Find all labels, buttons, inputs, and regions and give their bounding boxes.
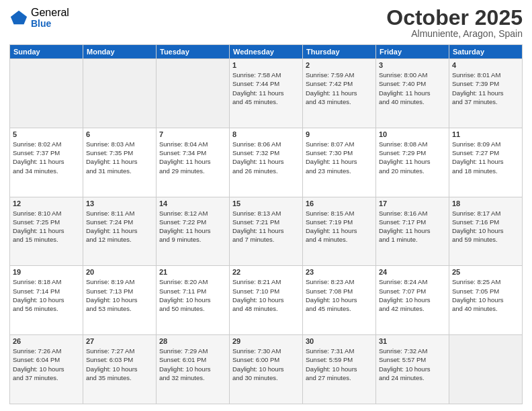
calendar-week-row: 26Sunrise: 7:26 AMSunset: 6:04 PMDayligh… (10, 335, 523, 404)
calendar-table: Sunday Monday Tuesday Wednesday Thursday… (9, 44, 523, 404)
sunrise-text: Sunrise: 7:26 AM (13, 347, 80, 355)
logo-icon (9, 8, 28, 27)
daylight-text: and 48 minutes. (232, 304, 300, 313)
daylight-text: and 40 minutes. (452, 304, 519, 313)
daylight-text: and 31 minutes. (86, 167, 153, 175)
daylight-text: and 34 minutes. (13, 167, 80, 175)
table-row: 20Sunrise: 8:19 AMSunset: 7:13 PMDayligh… (83, 266, 157, 335)
title-block: October 2025 Almuniente, Aragon, Spain (386, 7, 523, 39)
daylight-text: Daylight: 11 hours (159, 226, 226, 235)
daylight-text: and 15 minutes. (13, 235, 80, 244)
col-sunday: Sunday (10, 45, 83, 59)
col-monday: Monday (83, 45, 157, 59)
daylight-text: Daylight: 11 hours (306, 89, 373, 97)
day-number: 4 (452, 61, 519, 69)
sunrise-text: Sunrise: 8:07 AM (306, 140, 373, 148)
day-number: 2 (306, 61, 373, 69)
sunrise-text: Sunrise: 8:11 AM (86, 209, 153, 218)
day-info: Sunrise: 7:32 AMSunset: 5:57 PMDaylight:… (379, 347, 446, 382)
daylight-text: Daylight: 11 hours (306, 157, 373, 166)
day-number: 31 (379, 337, 446, 345)
sunset-text: Sunset: 7:17 PM (379, 218, 446, 226)
table-row (157, 59, 230, 128)
daylight-text: and 1 minute. (379, 235, 446, 244)
daylight-text: Daylight: 10 hours (306, 365, 373, 373)
daylight-text: and 30 minutes. (232, 373, 300, 382)
day-number: 1 (232, 61, 300, 69)
sunset-text: Sunset: 6:01 PM (159, 355, 226, 364)
day-info: Sunrise: 8:15 AMSunset: 7:19 PMDaylight:… (306, 209, 373, 244)
sunrise-text: Sunrise: 8:23 AM (306, 277, 373, 286)
day-number: 27 (86, 337, 153, 345)
day-number: 13 (86, 199, 153, 208)
table-row: 1Sunrise: 7:58 AMSunset: 7:44 PMDaylight… (230, 59, 303, 128)
table-row: 28Sunrise: 7:29 AMSunset: 6:01 PMDayligh… (157, 335, 230, 404)
day-info: Sunrise: 7:26 AMSunset: 6:04 PMDaylight:… (13, 347, 80, 382)
table-row: 18Sunrise: 8:17 AMSunset: 7:16 PMDayligh… (449, 197, 523, 266)
day-info: Sunrise: 7:27 AMSunset: 6:03 PMDaylight:… (86, 347, 153, 382)
daylight-text: Daylight: 10 hours (452, 226, 519, 235)
daylight-text: Daylight: 11 hours (379, 157, 446, 166)
daylight-text: and 43 minutes. (306, 97, 373, 106)
daylight-text: and 7 minutes. (232, 235, 300, 244)
daylight-text: Daylight: 11 hours (232, 157, 300, 166)
daylight-text: and 9 minutes. (159, 235, 226, 244)
sunset-text: Sunset: 7:40 PM (379, 79, 446, 88)
day-info: Sunrise: 8:19 AMSunset: 7:13 PMDaylight:… (86, 277, 153, 313)
table-row: 26Sunrise: 7:26 AMSunset: 6:04 PMDayligh… (10, 335, 83, 404)
daylight-text: and 59 minutes. (452, 235, 519, 244)
daylight-text: Daylight: 10 hours (86, 295, 153, 304)
day-number: 24 (379, 268, 446, 276)
day-info: Sunrise: 8:10 AMSunset: 7:25 PMDaylight:… (13, 209, 80, 244)
sunset-text: Sunset: 7:05 PM (452, 287, 519, 295)
svg-marker-0 (11, 11, 27, 25)
table-row: 11Sunrise: 8:09 AMSunset: 7:27 PMDayligh… (449, 128, 523, 197)
daylight-text: and 50 minutes. (159, 304, 226, 313)
day-info: Sunrise: 8:25 AMSunset: 7:05 PMDaylight:… (452, 277, 519, 313)
col-wednesday: Wednesday (230, 45, 303, 59)
sunset-text: Sunset: 7:25 PM (13, 218, 80, 226)
sunrise-text: Sunrise: 7:29 AM (159, 347, 226, 355)
table-row: 22Sunrise: 8:21 AMSunset: 7:10 PMDayligh… (230, 266, 303, 335)
day-info: Sunrise: 8:07 AMSunset: 7:30 PMDaylight:… (306, 140, 373, 175)
table-row: 15Sunrise: 8:13 AMSunset: 7:21 PMDayligh… (230, 197, 303, 266)
sunset-text: Sunset: 7:37 PM (13, 148, 80, 157)
daylight-text: and 53 minutes. (86, 304, 153, 313)
daylight-text: Daylight: 11 hours (159, 157, 226, 166)
day-info: Sunrise: 8:00 AMSunset: 7:40 PMDaylight:… (379, 71, 446, 106)
daylight-text: and 20 minutes. (379, 167, 446, 175)
day-info: Sunrise: 7:58 AMSunset: 7:44 PMDaylight:… (232, 71, 300, 106)
sunrise-text: Sunrise: 7:30 AM (232, 347, 300, 355)
logo: General Blue (9, 7, 69, 29)
sunset-text: Sunset: 7:39 PM (452, 79, 519, 88)
table-row: 10Sunrise: 8:08 AMSunset: 7:29 PMDayligh… (376, 128, 449, 197)
col-friday: Friday (376, 45, 449, 59)
day-info: Sunrise: 7:59 AMSunset: 7:42 PMDaylight:… (306, 71, 373, 106)
calendar-week-row: 1Sunrise: 7:58 AMSunset: 7:44 PMDaylight… (10, 59, 523, 128)
day-info: Sunrise: 8:16 AMSunset: 7:17 PMDaylight:… (379, 209, 446, 244)
day-info: Sunrise: 8:24 AMSunset: 7:07 PMDaylight:… (379, 277, 446, 313)
daylight-text: and 35 minutes. (86, 373, 153, 382)
table-row (10, 59, 83, 128)
daylight-text: and 27 minutes. (306, 373, 373, 382)
sunset-text: Sunset: 7:29 PM (379, 148, 446, 157)
day-info: Sunrise: 8:09 AMSunset: 7:27 PMDaylight:… (452, 140, 519, 175)
day-number: 21 (159, 268, 226, 276)
day-number: 26 (13, 337, 80, 345)
table-row: 13Sunrise: 8:11 AMSunset: 7:24 PMDayligh… (83, 197, 157, 266)
table-row: 27Sunrise: 7:27 AMSunset: 6:03 PMDayligh… (83, 335, 157, 404)
day-info: Sunrise: 8:02 AMSunset: 7:37 PMDaylight:… (13, 140, 80, 175)
sunset-text: Sunset: 7:27 PM (452, 148, 519, 157)
daylight-text: Daylight: 10 hours (232, 295, 300, 304)
daylight-text: Daylight: 11 hours (379, 226, 446, 235)
daylight-text: Daylight: 11 hours (379, 89, 446, 97)
daylight-text: Daylight: 10 hours (452, 295, 519, 304)
sunrise-text: Sunrise: 8:15 AM (306, 209, 373, 218)
logo-text: General Blue (31, 7, 69, 29)
sunrise-text: Sunrise: 7:59 AM (306, 71, 373, 79)
day-number: 5 (13, 130, 80, 138)
table-row: 7Sunrise: 8:04 AMSunset: 7:34 PMDaylight… (157, 128, 230, 197)
day-info: Sunrise: 7:30 AMSunset: 6:00 PMDaylight:… (232, 347, 300, 382)
calendar-week-row: 12Sunrise: 8:10 AMSunset: 7:25 PMDayligh… (10, 197, 523, 266)
table-row: 12Sunrise: 8:10 AMSunset: 7:25 PMDayligh… (10, 197, 83, 266)
